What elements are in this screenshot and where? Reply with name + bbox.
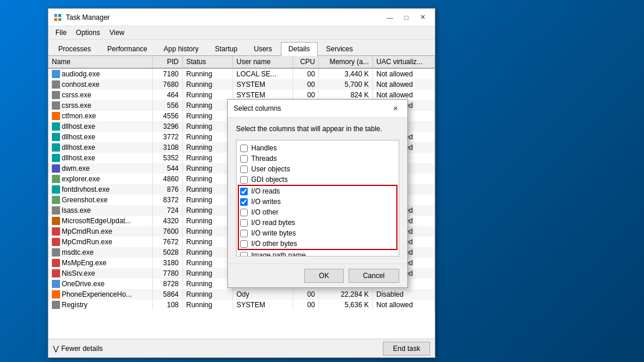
- table-cell: Ody: [233, 289, 293, 300]
- dialog-columns-list[interactable]: HandlesThreadsUser objectsGDI objectsI/O…: [236, 140, 399, 256]
- column-label: Handles: [251, 144, 277, 152]
- process-icon: [52, 259, 60, 267]
- tab-services[interactable]: Services: [319, 42, 361, 55]
- table-cell: Not allowed: [372, 79, 434, 90]
- column-checkbox[interactable]: [240, 145, 248, 152]
- table-cell: 8372: [152, 195, 182, 205]
- column-checkbox[interactable]: [240, 209, 248, 216]
- process-name: dllhost.exe: [62, 122, 95, 131]
- col-header-status[interactable]: Status: [182, 56, 233, 68]
- process-icon: [52, 143, 60, 152]
- dialog-column-item[interactable]: I/O writes: [239, 196, 396, 207]
- dialog-close-button[interactable]: ✕: [389, 103, 402, 114]
- table-cell: 7180: [152, 68, 182, 79]
- tab-performance[interactable]: Performance: [100, 42, 155, 55]
- dialog-column-item[interactable]: I/O other: [239, 207, 396, 217]
- dialog-cancel-button[interactable]: Cancel: [349, 269, 399, 283]
- dialog-column-item[interactable]: I/O reads: [239, 186, 396, 196]
- svg-rect-2: [54, 18, 57, 21]
- process-name: PhoneExperienceHo...: [62, 290, 132, 298]
- tab-users[interactable]: Users: [246, 42, 279, 55]
- table-header-row: Name PID Status User name CPU Memory (a.…: [48, 56, 435, 68]
- col-header-mem[interactable]: Memory (a...: [319, 56, 372, 68]
- table-row[interactable]: Registry108RunningSYSTEM005,636 KNot all…: [48, 300, 435, 310]
- process-name: ctfmon.exe: [62, 112, 96, 120]
- table-cell: 544: [152, 163, 182, 174]
- column-label: I/O other: [251, 208, 279, 216]
- close-button[interactable]: ✕: [415, 12, 430, 23]
- table-cell: 108: [152, 300, 182, 310]
- column-checkbox[interactable]: [240, 166, 248, 173]
- dialog-ok-button[interactable]: OK: [304, 269, 343, 283]
- table-cell: Running: [182, 132, 233, 142]
- process-name: MpCmdRun.exe: [62, 238, 112, 246]
- menu-bar: File Options View: [48, 26, 435, 40]
- table-cell: 5864: [152, 289, 182, 300]
- menu-view[interactable]: View: [105, 27, 129, 38]
- dialog-column-item[interactable]: I/O read bytes: [239, 217, 396, 228]
- dialog-column-item[interactable]: I/O other bytes: [239, 238, 396, 249]
- table-cell: 4320: [152, 216, 182, 226]
- minimize-button[interactable]: —: [382, 12, 397, 23]
- tab-processes[interactable]: Processes: [51, 42, 98, 55]
- column-checkbox[interactable]: [240, 252, 248, 257]
- table-cell: 3180: [152, 258, 182, 268]
- dialog-column-item[interactable]: User objects: [239, 164, 396, 174]
- tab-app-history[interactable]: App history: [156, 42, 206, 55]
- table-row[interactable]: PhoneExperienceHo...5864RunningOdy0022,2…: [48, 289, 435, 300]
- end-task-button[interactable]: End task: [383, 342, 430, 356]
- process-icon: [52, 290, 60, 298]
- table-row[interactable]: audiodg.exe7180RunningLOCAL SE...003,440…: [48, 68, 435, 79]
- column-checkbox[interactable]: [240, 230, 248, 237]
- column-label: I/O other bytes: [251, 240, 297, 248]
- fewer-details-button[interactable]: ⋁ Fewer details: [53, 345, 103, 353]
- cell-name: csrss.exe: [48, 100, 152, 111]
- table-cell: 3,440 K: [319, 68, 372, 79]
- column-checkbox[interactable]: [240, 188, 248, 195]
- table-cell: Running: [182, 195, 233, 205]
- table-cell: Running: [182, 174, 233, 184]
- cell-name: MpCmdRun.exe: [48, 226, 152, 237]
- dialog-title-bar: Select columns ✕: [228, 100, 407, 118]
- table-cell: 4860: [152, 174, 182, 184]
- app-icon: [53, 13, 62, 22]
- dialog-column-item[interactable]: Threads: [239, 153, 396, 164]
- col-header-cpu[interactable]: CPU: [293, 56, 319, 68]
- table-cell: 5,636 K: [319, 300, 372, 310]
- dialog-column-item[interactable]: Image path name: [239, 250, 396, 256]
- cell-name: csrss.exe: [48, 90, 152, 100]
- column-checkbox[interactable]: [240, 176, 248, 184]
- table-cell: Running: [182, 216, 233, 226]
- column-checkbox[interactable]: [240, 240, 248, 248]
- table-cell: 7600: [152, 226, 182, 237]
- table-cell: Running: [182, 90, 233, 100]
- column-checkbox[interactable]: [240, 155, 248, 163]
- dialog-column-item[interactable]: Handles: [239, 143, 396, 153]
- column-label: I/O writes: [251, 198, 281, 206]
- dialog-column-item[interactable]: I/O write bytes: [239, 228, 396, 238]
- col-header-user[interactable]: User name: [233, 56, 293, 68]
- column-checkbox[interactable]: [240, 219, 248, 227]
- table-cell: SYSTEM: [233, 300, 293, 310]
- table-cell: Running: [182, 142, 233, 153]
- maximize-button[interactable]: □: [399, 12, 414, 23]
- process-name: MpCmdRun.exe: [62, 227, 112, 236]
- table-row[interactable]: conhost.exe7680RunningSYSTEM005,700 KNot…: [48, 79, 435, 90]
- table-cell: 724: [152, 205, 182, 216]
- dialog-column-item[interactable]: GDI objects: [239, 174, 396, 185]
- col-header-uac[interactable]: UAC virtualiz...: [372, 56, 434, 68]
- col-header-pid[interactable]: PID: [152, 56, 182, 68]
- process-name: dllhost.exe: [62, 154, 95, 162]
- process-icon: [52, 301, 60, 309]
- menu-options[interactable]: Options: [71, 27, 104, 38]
- process-name: csrss.exe: [62, 101, 92, 110]
- tab-details[interactable]: Details: [281, 42, 318, 56]
- process-icon: [52, 185, 60, 194]
- process-name: MsMpEng.exe: [62, 259, 107, 267]
- column-checkbox[interactable]: [240, 198, 248, 206]
- menu-file[interactable]: File: [51, 27, 71, 38]
- fewer-details-label: Fewer details: [61, 345, 103, 353]
- col-header-name[interactable]: Name: [48, 56, 152, 68]
- table-cell: 7780: [152, 268, 182, 279]
- tab-startup[interactable]: Startup: [207, 42, 245, 55]
